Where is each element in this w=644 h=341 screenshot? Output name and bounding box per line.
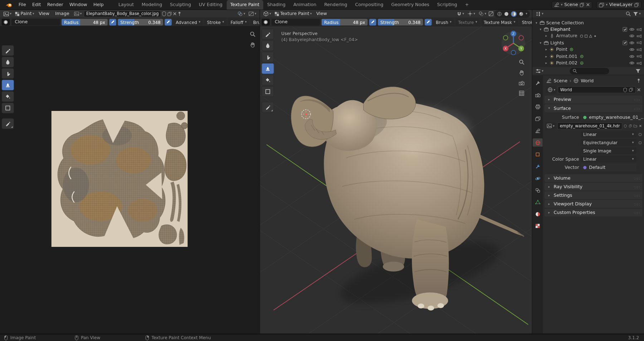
menu-edit[interactable]: Edit (29, 0, 44, 9)
editor-type-button[interactable] (534, 10, 545, 17)
navigation-gizmo[interactable]: Z X Y (501, 30, 526, 55)
workspace-tab-scripting[interactable]: Scripting (433, 0, 461, 9)
panel-custom-properties[interactable]: ▸Custom Properties:::: (545, 209, 642, 216)
fill-tool-button[interactable] (2, 91, 14, 102)
xray-toggle-icon[interactable] (488, 11, 494, 16)
interpolation-select[interactable]: Linear (581, 131, 636, 137)
panel-preview[interactable]: ▸Preview:::: (545, 96, 642, 103)
eye-icon[interactable] (629, 61, 635, 65)
editor-type-button[interactable] (534, 68, 545, 74)
outliner-row-point-002[interactable]: ▸ Point.002 (532, 60, 644, 67)
breadcrumb-scene[interactable]: Scene (553, 78, 567, 83)
tab-object-data[interactable] (533, 198, 543, 206)
texture-popover[interactable]: Texture (455, 19, 479, 25)
menu-render[interactable]: Render (44, 0, 66, 9)
eye-icon[interactable] (629, 34, 635, 38)
gizmos-dropdown[interactable] (466, 10, 477, 17)
mode-dropdown[interactable]: Texture Paint (273, 10, 313, 17)
outliner-row-point[interactable]: ▸ Point (532, 46, 644, 53)
elephant-model[interactable] (260, 26, 532, 333)
fake-user-icon[interactable] (162, 11, 167, 16)
workspace-tab-sculpting[interactable]: Sculpting (166, 0, 195, 9)
panel-surface[interactable]: ▾Surface:::: (545, 104, 642, 112)
render-visibility-icon[interactable] (636, 54, 641, 58)
tab-object[interactable] (533, 150, 543, 159)
source-select[interactable]: Single Image (581, 147, 636, 154)
channels-dropdown[interactable] (236, 10, 247, 17)
workspace-tab-uv-editing[interactable]: UV Editing (195, 0, 226, 9)
image-editor-canvas[interactable] (0, 26, 260, 333)
decorator-dot[interactable] (639, 133, 641, 136)
search-icon[interactable] (625, 11, 631, 16)
render-visibility-icon[interactable] (636, 61, 641, 65)
unlink-icon[interactable] (173, 12, 177, 15)
fake-user-icon[interactable] (624, 123, 627, 128)
shading-solid-icon[interactable] (504, 11, 509, 16)
world-browse-button[interactable] (546, 86, 557, 93)
smear-tool-button[interactable] (2, 68, 14, 79)
collection-checkbox[interactable] (623, 40, 627, 45)
copy-icon[interactable] (167, 11, 172, 16)
smear-tool-button[interactable] (262, 52, 274, 63)
gizmo-y-label[interactable]: Y (520, 47, 522, 50)
eye-icon[interactable] (629, 48, 635, 51)
mask-tool-button[interactable] (262, 86, 274, 97)
brush-name-button[interactable]: Clone (272, 19, 320, 25)
breadcrumb-world[interactable]: World (581, 78, 594, 83)
annotate-tool-button[interactable] (2, 118, 14, 129)
menu-view[interactable]: View (36, 11, 52, 16)
brush-preview-button[interactable] (2, 19, 10, 25)
shading-material-active[interactable] (511, 11, 517, 16)
menu-file[interactable]: File (16, 0, 29, 9)
falloff-popover[interactable]: Falloff (228, 19, 249, 25)
overlays-dropdown[interactable] (477, 10, 488, 17)
brush-tip-popover[interactable]: Brush Tip (251, 19, 260, 25)
shading-rendered-icon[interactable] (519, 11, 524, 16)
viewport-canvas[interactable]: User Perspective (4) BabyelephantBody_lo… (260, 26, 532, 333)
annotate-tool-button[interactable] (262, 102, 274, 113)
texture-mask-popover[interactable]: Texture Mask (481, 19, 518, 25)
paint-mode-dropdown[interactable]: Paint (14, 10, 35, 17)
outliner-row-point-001[interactable]: ▸ Point.001 (532, 53, 644, 60)
tab-tool[interactable] (533, 79, 543, 87)
panel-ray-visibility[interactable]: ▸Ray Visibility:::: (545, 183, 642, 191)
radius-slider[interactable]: Radius 48 px (322, 19, 368, 25)
fake-user-icon[interactable] (623, 87, 627, 92)
soften-tool-button[interactable] (2, 57, 14, 67)
eye-icon[interactable] (629, 54, 635, 58)
tab-scene[interactable] (533, 127, 543, 135)
shading-dropdown[interactable] (526, 12, 527, 15)
copy-icon[interactable] (629, 124, 632, 128)
copy-icon[interactable] (634, 2, 639, 7)
camera-view-icon[interactable] (519, 81, 525, 86)
strength-pressure-toggle[interactable] (425, 19, 432, 25)
brush-name-button[interactable]: Clone (11, 19, 60, 25)
stroke-popover[interactable]: Stroke (519, 19, 532, 25)
workspace-tab-geometry-nodes[interactable]: Geometry Nodes (387, 0, 433, 9)
fill-tool-button[interactable] (262, 75, 274, 86)
shading-wireframe-icon[interactable] (497, 11, 502, 16)
pin-icon[interactable] (636, 78, 640, 83)
orthographic-grid-icon[interactable] (519, 91, 525, 96)
color-space-select[interactable]: Linear (581, 156, 636, 162)
environment-image-field[interactable]: empty_warehouse_01_4k.hdr (557, 122, 623, 130)
scene-selector[interactable]: Scene (551, 1, 592, 9)
pan-hand-icon[interactable] (519, 70, 525, 75)
tab-world[interactable] (533, 138, 543, 147)
strength-slider[interactable]: Strength 0.348 (118, 19, 163, 25)
tab-render[interactable] (533, 91, 543, 99)
eye-icon[interactable] (629, 28, 635, 31)
pan-hand-icon[interactable] (250, 42, 255, 48)
brush-preview-button[interactable] (262, 19, 270, 25)
eye-icon[interactable] (629, 41, 635, 45)
draw-tool-button[interactable] (2, 45, 14, 56)
filter-dropdown[interactable] (632, 10, 642, 17)
mask-tool-button[interactable] (2, 103, 14, 113)
snapping-dropdown[interactable] (455, 10, 465, 17)
strength-slider[interactable]: Strength 0.348 (378, 19, 423, 25)
tab-physics[interactable] (533, 174, 543, 182)
vector-input-button[interactable]: Default (581, 164, 636, 171)
tab-texture[interactable] (533, 222, 543, 230)
render-visibility-icon[interactable] (636, 48, 641, 52)
workspace-tab-compositing[interactable]: Compositing (351, 0, 387, 9)
